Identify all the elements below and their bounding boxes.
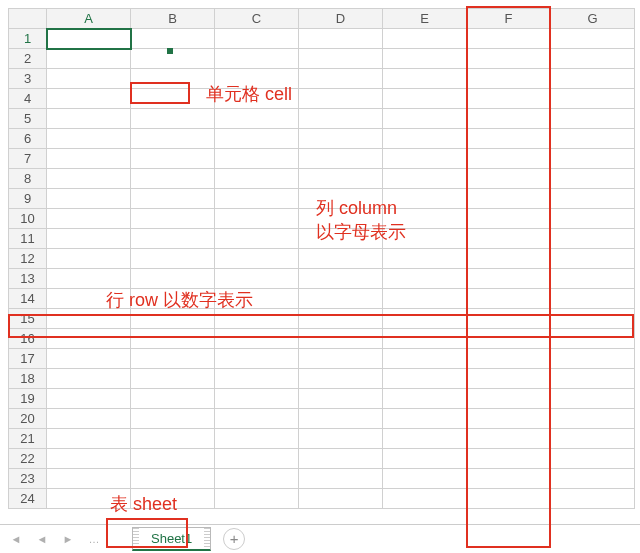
cell-A15[interactable] — [47, 309, 131, 329]
cell-D19[interactable] — [299, 389, 383, 409]
cell-E20[interactable] — [383, 409, 467, 429]
cell-C3[interactable] — [215, 69, 299, 89]
cell-A6[interactable] — [47, 129, 131, 149]
tab-nav-first-icon[interactable]: ◄ — [6, 529, 26, 549]
row-header-8[interactable]: 8 — [9, 169, 47, 189]
cell-G14[interactable] — [551, 289, 635, 309]
cell-B21[interactable] — [131, 429, 215, 449]
tab-nav-menu-icon[interactable]: … — [84, 529, 104, 549]
tab-nav-next-icon[interactable]: ► — [58, 529, 78, 549]
cell-G15[interactable] — [551, 309, 635, 329]
cell-A22[interactable] — [47, 449, 131, 469]
cell-B16[interactable] — [131, 329, 215, 349]
col-header-C[interactable]: C — [215, 9, 299, 29]
cell-A14[interactable] — [47, 289, 131, 309]
cell-B6[interactable] — [131, 129, 215, 149]
cell-F22[interactable] — [467, 449, 551, 469]
cell-C22[interactable] — [215, 449, 299, 469]
col-header-G[interactable]: G — [551, 9, 635, 29]
cell-C19[interactable] — [215, 389, 299, 409]
cell-A5[interactable] — [47, 109, 131, 129]
cell-E8[interactable] — [383, 169, 467, 189]
cell-G7[interactable] — [551, 149, 635, 169]
cell-B1[interactable] — [131, 29, 215, 49]
cell-G5[interactable] — [551, 109, 635, 129]
cell-A9[interactable] — [47, 189, 131, 209]
cell-B5[interactable] — [131, 109, 215, 129]
cell-E22[interactable] — [383, 449, 467, 469]
cell-F24[interactable] — [467, 489, 551, 509]
sheet-tab[interactable]: Sheet1 — [132, 527, 211, 551]
cell-B4[interactable] — [131, 89, 215, 109]
cell-C13[interactable] — [215, 269, 299, 289]
cell-C4[interactable] — [215, 89, 299, 109]
cell-D11[interactable] — [299, 229, 383, 249]
cell-C21[interactable] — [215, 429, 299, 449]
cell-G19[interactable] — [551, 389, 635, 409]
row-header-13[interactable]: 13 — [9, 269, 47, 289]
cell-C24[interactable] — [215, 489, 299, 509]
cell-G6[interactable] — [551, 129, 635, 149]
tab-nav-prev-icon[interactable]: ◄ — [32, 529, 52, 549]
col-header-E[interactable]: E — [383, 9, 467, 29]
cell-G18[interactable] — [551, 369, 635, 389]
cell-C14[interactable] — [215, 289, 299, 309]
cell-C9[interactable] — [215, 189, 299, 209]
cell-E5[interactable] — [383, 109, 467, 129]
select-all-corner[interactable] — [9, 9, 47, 29]
cell-E16[interactable] — [383, 329, 467, 349]
cell-F11[interactable] — [467, 229, 551, 249]
cell-F18[interactable] — [467, 369, 551, 389]
cell-F6[interactable] — [467, 129, 551, 149]
cell-E15[interactable] — [383, 309, 467, 329]
cell-B24[interactable] — [131, 489, 215, 509]
cell-C8[interactable] — [215, 169, 299, 189]
col-header-D[interactable]: D — [299, 9, 383, 29]
cell-G24[interactable] — [551, 489, 635, 509]
cell-C7[interactable] — [215, 149, 299, 169]
cell-E21[interactable] — [383, 429, 467, 449]
cell-C5[interactable] — [215, 109, 299, 129]
cell-B11[interactable] — [131, 229, 215, 249]
cell-D16[interactable] — [299, 329, 383, 349]
cell-E6[interactable] — [383, 129, 467, 149]
cell-G21[interactable] — [551, 429, 635, 449]
cell-E14[interactable] — [383, 289, 467, 309]
cell-F12[interactable] — [467, 249, 551, 269]
cell-D13[interactable] — [299, 269, 383, 289]
cell-G10[interactable] — [551, 209, 635, 229]
cell-F2[interactable] — [467, 49, 551, 69]
cell-F16[interactable] — [467, 329, 551, 349]
cell-F8[interactable] — [467, 169, 551, 189]
cell-E9[interactable] — [383, 189, 467, 209]
cell-A2[interactable] — [47, 49, 131, 69]
cell-B19[interactable] — [131, 389, 215, 409]
cell-A4[interactable] — [47, 89, 131, 109]
cell-E4[interactable] — [383, 89, 467, 109]
cell-B14[interactable] — [131, 289, 215, 309]
row-header-1[interactable]: 1 — [9, 29, 47, 49]
cell-D6[interactable] — [299, 129, 383, 149]
cell-F10[interactable] — [467, 209, 551, 229]
cell-D5[interactable] — [299, 109, 383, 129]
cell-C20[interactable] — [215, 409, 299, 429]
row-header-14[interactable]: 14 — [9, 289, 47, 309]
cell-F4[interactable] — [467, 89, 551, 109]
cell-D15[interactable] — [299, 309, 383, 329]
cell-C17[interactable] — [215, 349, 299, 369]
cell-A19[interactable] — [47, 389, 131, 409]
cell-E10[interactable] — [383, 209, 467, 229]
cell-A12[interactable] — [47, 249, 131, 269]
cell-C16[interactable] — [215, 329, 299, 349]
col-header-F[interactable]: F — [467, 9, 551, 29]
spreadsheet-grid[interactable]: A B C D E F G 12345678910111213141516171… — [8, 8, 635, 509]
cell-D8[interactable] — [299, 169, 383, 189]
cell-F21[interactable] — [467, 429, 551, 449]
cell-E2[interactable] — [383, 49, 467, 69]
cell-F1[interactable] — [467, 29, 551, 49]
row-header-9[interactable]: 9 — [9, 189, 47, 209]
cell-C1[interactable] — [215, 29, 299, 49]
cell-C18[interactable] — [215, 369, 299, 389]
row-header-18[interactable]: 18 — [9, 369, 47, 389]
cell-E17[interactable] — [383, 349, 467, 369]
